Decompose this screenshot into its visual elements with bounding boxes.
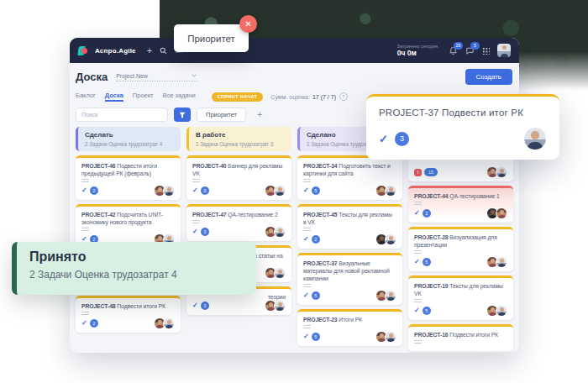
task-card[interactable]: PROJECT-48 Подвести итоги РК✓2 (76, 296, 181, 333)
done-check-icon: ✓ (303, 236, 309, 243)
estimate-badge: 5 (312, 333, 320, 341)
task-card-footer: ✓3 (192, 227, 286, 237)
task-card[interactable]: PROJECT-47 QA-тестирование 2✓3 (186, 204, 291, 241)
task-card-title: PROJECT-47 QA-тестирование 2 (192, 211, 286, 218)
messages-count-badge: 5 (470, 42, 480, 50)
assignee-avatars (267, 267, 286, 279)
man-avatar (274, 185, 286, 197)
task-id: PROJECT-42 (81, 212, 116, 218)
task-id: PROJECT-45 (303, 212, 338, 218)
man-avatar (385, 290, 396, 302)
add-filter-icon[interactable]: + (252, 109, 267, 120)
task-card[interactable]: PROJECT-28 Визуализация для презентации✓… (408, 227, 513, 271)
task-card-title: PROJECT-37 Визуальные материалы для ново… (303, 260, 396, 282)
task-card-title: PROJECT-42 Подсчитать UNIT-экономику нов… (81, 211, 175, 226)
kanban-column: Сделано1 Задача Оценка трудозатратPROJEC… (297, 127, 402, 350)
task-card-footer: ✓5 (414, 306, 507, 316)
close-icon[interactable]: ✕ (239, 15, 257, 33)
app-window: Аспро.Agile + Сп Затрачено сегодня 0ч 0м… (70, 38, 519, 353)
filter-button[interactable] (174, 108, 191, 122)
column-header[interactable]: Сделать2 Задачи Оценка трудозатрат 4 (76, 127, 181, 151)
done-check-icon: ✓ (81, 320, 87, 327)
task-card[interactable]: PROJECT-44 QA-тестирование 1✓2 (408, 186, 513, 223)
assignee-avatars (489, 207, 507, 219)
info-icon[interactable]: ? (339, 92, 348, 101)
task-card-footer-left: ✓3 (192, 186, 209, 195)
task-card[interactable]: PROJECT-34 Подготовить текст и картинки … (297, 155, 402, 200)
done-check-icon: ✓ (303, 292, 309, 299)
task-card-title: PROJECT-19 Тексты для рекламы VK (414, 282, 507, 297)
assignee-avatars (378, 185, 396, 197)
task-card-footer-left: ✓3 (192, 228, 209, 236)
app-name: Аспро.Agile (95, 47, 136, 55)
task-card-footer: !15 (414, 167, 507, 177)
user-avatar[interactable] (497, 44, 511, 57)
description-icon (81, 312, 89, 316)
man-avatar (163, 317, 175, 329)
description-icon (414, 299, 422, 303)
task-title-text: Подвести итоги РК (117, 303, 165, 309)
task-card[interactable]: PROJECT-40 Баннер для рекламы VK✓3 (186, 155, 291, 200)
messages-icon[interactable]: 5 (465, 46, 475, 55)
project-selector-value: Project.New (116, 73, 148, 79)
sprint-status-badge: СПРИНТ НАЧАТ (212, 92, 264, 102)
tab-board[interactable]: Доска (105, 92, 123, 102)
estimate-badge: 15 (424, 168, 438, 176)
task-card[interactable]: PROJECT-37 Визуальные материалы для ново… (297, 253, 402, 305)
estimate-badge: 2 (90, 319, 98, 328)
man-avatar (496, 256, 507, 268)
man-avatar (274, 300, 286, 312)
tab-all-tasks[interactable]: Все задачи (163, 92, 196, 102)
done-check-icon: ✓ (414, 210, 420, 217)
estimate-badge: 5 (312, 186, 320, 195)
assignee-avatars (378, 331, 396, 343)
apps-grid-icon[interactable] (482, 47, 490, 55)
estimate-badge: 5 (423, 258, 431, 266)
summary-label: Сумм. оценка: (270, 94, 310, 100)
task-card-footer-left: ✓5 (414, 258, 431, 266)
page-header: Доска Project.New Создать (70, 63, 519, 87)
description-icon (414, 250, 422, 254)
tab-backlog[interactable]: Баклог (76, 92, 96, 102)
task-preview-popup[interactable]: PROJECT-37 Подвести итог РК ✓ 3 (366, 94, 559, 160)
create-button[interactable]: Создать (465, 69, 512, 85)
task-card[interactable]: PROJECT-19 Тексты для рекламы VK✓5 (408, 275, 513, 320)
project-selector[interactable]: Project.New (116, 73, 197, 81)
description-icon (303, 228, 311, 232)
priority-filter-button[interactable]: Приоритет (197, 108, 246, 122)
estimate-badge: 2 (90, 186, 98, 195)
estimate-badge: 5 (423, 307, 431, 315)
top-navigation-bar: Аспро.Agile + Сп Затрачено сегодня 0ч 0м… (70, 38, 519, 63)
search-icon[interactable] (160, 47, 167, 55)
assignee-avatars (156, 185, 175, 197)
done-check-icon: ✓ (303, 187, 309, 194)
woman-avatar (496, 207, 507, 219)
task-card-footer-left: ✓2 (414, 209, 431, 218)
man-avatar (163, 185, 175, 197)
column-header[interactable]: В работе1 Задача Оценка трудозатрат 3 (186, 127, 291, 151)
assignee-avatars (156, 317, 175, 329)
done-check-icon: ✓ (81, 187, 87, 194)
task-card[interactable]: PROJECT-46 Подвести итоги предыдущей РК … (76, 155, 181, 200)
task-card-footer: ✓5 (303, 291, 396, 301)
task-card[interactable]: PROJECT-16 Подвести итоги РК (408, 324, 513, 351)
task-card-footer-left: ✓5 (303, 291, 320, 300)
task-card[interactable]: PROJECT-23 Итоги РК✓5 (297, 309, 402, 346)
task-title-text: Подвести итоги РК (449, 332, 498, 338)
estimate-badge: 3 (201, 186, 209, 195)
task-card-title: PROJECT-48 Подвести итоги РК (81, 302, 175, 310)
notifications-bell-icon[interactable]: 26 (449, 46, 458, 55)
task-title-text: QA-тестирование 1 (449, 193, 499, 199)
task-card-footer: ✓5 (414, 257, 507, 267)
description-icon (192, 220, 200, 224)
man-avatar (385, 233, 396, 245)
estimate-badge: 3 (395, 132, 409, 146)
task-card-footer: ✓3 (192, 301, 286, 311)
time-spent-value: 0ч 0м (397, 49, 438, 57)
assignee-avatar[interactable] (523, 127, 547, 150)
search-input[interactable] (76, 108, 168, 122)
quick-add-icon[interactable]: + (147, 46, 152, 55)
description-icon (81, 228, 89, 232)
task-card[interactable]: PROJECT-45 Тексты для рекламы в VK✓2 (297, 204, 402, 249)
tab-project[interactable]: Проект (133, 92, 154, 102)
